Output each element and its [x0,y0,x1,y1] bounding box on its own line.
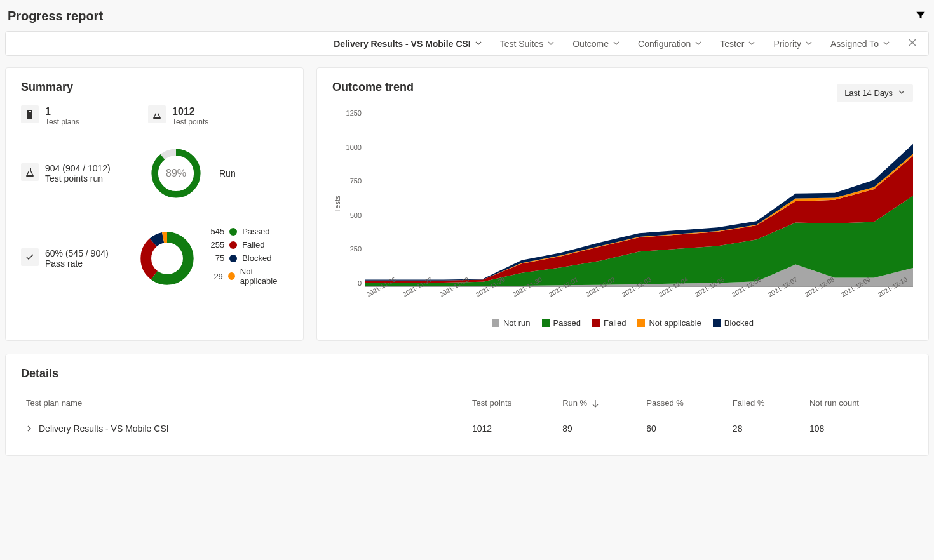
filter-icon[interactable] [915,10,926,23]
close-icon[interactable] [908,38,917,49]
legend-square-icon [542,319,550,327]
stat-label: Test points run [45,173,111,183]
legend-dot-icon [229,241,237,249]
legend-label: Blocked [242,253,271,263]
filter-test-plan[interactable]: Delivery Results - VS Mobile CSI [334,39,482,49]
cell-run-pct: 89 [557,415,641,443]
filter-label: Outcome [572,39,609,49]
legend-label: Passed [553,318,581,328]
chevron-down-icon [694,39,702,49]
filter-bar: Delivery Results - VS Mobile CSI Test Su… [5,31,929,56]
legend-square-icon [592,319,600,327]
stat-test-points-run: 904 (904 / 1012) Test points run [21,163,135,183]
stat-label: Test points [172,117,208,126]
col-points[interactable]: Test points [467,392,557,415]
stat-label: Test plans [45,117,79,126]
trend-legend: Not run Passed Failed Not applicable Blo… [332,318,913,328]
filter-configuration[interactable]: Configuration [638,39,702,49]
filter-label: Configuration [638,39,691,49]
chevron-down-icon [475,39,482,49]
stat-test-points: 1012 Test points [148,105,275,126]
clipboard-icon [21,105,39,123]
col-passed-pct[interactable]: Passed % [641,392,728,415]
check-icon [21,248,39,266]
cell-passed-pct: 60 [641,415,728,443]
chevron-down-icon [805,39,813,49]
legend-na: 29 Not applicable [208,267,288,286]
cell-failed-pct: 28 [728,415,804,443]
legend-label: Passed [242,227,269,236]
cell-name: Delivery Results - VS Mobile CSI [39,423,169,434]
run-donut-chart: 89% [148,145,204,201]
col-not-run[interactable]: Not run count [804,392,913,415]
page-title: Progress report [8,9,103,23]
legend-dot-icon [228,272,235,280]
pass-donut-chart [139,230,195,286]
cell-not-run: 108 [804,415,913,443]
stat-test-plans: 1 Test plans [21,105,148,126]
time-range-label: Last 14 Days [844,88,893,98]
trend-plot [365,109,913,287]
legend-label: Not applicable [649,318,701,328]
pass-legend: 545 Passed 255 Failed 75 Blocked [208,227,288,290]
stat-value: 904 [45,163,60,173]
legend-label: Failed [242,240,264,250]
table-row[interactable]: Delivery Results - VS Mobile CSI10128960… [21,415,913,443]
outcome-trend-card: Outcome trend Last 14 Days Tests 1250100… [316,67,929,341]
legend-count: 255 [208,240,224,250]
stat-pass-rate: 60% (545 / 904) Pass rate [21,248,126,269]
legend-failed: 255 Failed [208,240,288,250]
legend-dot-icon [229,255,237,262]
stat-value: 1 [45,105,79,117]
flask-icon [148,105,166,123]
x-axis-ticks: 2021-11-262021-11-272021-11-282021-11-29… [341,292,913,299]
flask-icon [21,163,39,181]
time-range-button[interactable]: Last 14 Days [837,84,913,102]
details-title: Details [21,367,913,380]
filter-test-suites[interactable]: Test Suites [500,39,555,49]
legend-label: Blocked [724,318,754,328]
chevron-down-icon [547,39,555,49]
legend-square-icon [637,319,645,327]
stat-value: 60% [45,248,63,258]
details-table: Test plan name Test points Run % Passed … [21,392,913,443]
chevron-down-icon [748,39,755,49]
summary-card: Summary 1 Test plans 1012 [5,67,304,341]
legend-passed: 545 Passed [208,227,288,236]
stat-fraction: (545 / 904) [65,248,109,258]
legend-label: Failed [604,318,626,328]
filter-label: Priority [773,39,801,49]
chevron-right-icon[interactable] [26,423,32,434]
legend-label: Not run [503,318,531,328]
legend-square-icon [713,319,721,327]
col-run-pct[interactable]: Run % [557,392,641,415]
stat-label: Pass rate [45,258,109,269]
legend-label: Not applicable [240,267,288,286]
summary-title: Summary [21,81,288,94]
cell-points: 1012 [467,415,557,443]
col-name[interactable]: Test plan name [21,392,467,415]
filter-label: Assigned To [830,39,879,49]
col-failed-pct[interactable]: Failed % [728,392,804,415]
sort-down-icon [590,398,599,408]
chevron-down-icon [883,39,890,49]
filter-tester[interactable]: Tester [720,39,755,49]
legend-passed: Passed [542,318,581,328]
legend-count: 29 [208,272,223,281]
y-axis-ticks: 125010007505002500 [341,109,365,287]
filter-outcome[interactable]: Outcome [572,39,620,49]
stat-value: 1012 [172,105,208,117]
legend-count: 545 [208,227,224,236]
filter-priority[interactable]: Priority [773,39,813,49]
filter-test-plan-label: Delivery Results - VS Mobile CSI [334,39,471,49]
table-header-row: Test plan name Test points Run % Passed … [21,392,913,415]
legend-failed: Failed [592,318,626,328]
legend-dot-icon [229,228,237,236]
legend-square-icon [492,319,499,327]
chevron-down-icon [898,88,905,98]
legend-blocked: 75 Blocked [208,253,288,263]
filter-assigned-to[interactable]: Assigned To [830,39,890,49]
y-axis-label: Tests [332,109,341,299]
legend-count: 75 [208,253,224,263]
stat-fraction: (904 / 1012) [62,163,111,173]
